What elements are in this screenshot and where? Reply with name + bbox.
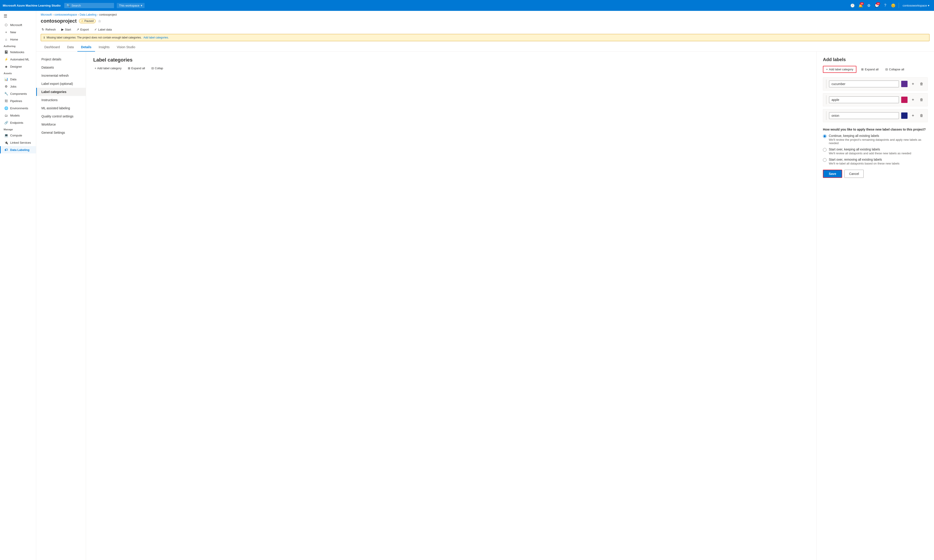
nav-ml-assisted[interactable]: ML assisted labeling [36, 104, 86, 112]
search-box[interactable]: 🔍 Search [64, 3, 114, 8]
sidebar-item-label: Microsoft [10, 23, 22, 27]
automated-ml-icon: ⚡ [4, 57, 8, 61]
notifications-icon[interactable]: 🔔 23 [857, 2, 864, 9]
radio-start-over-remove[interactable] [823, 158, 826, 162]
designer-icon: ◈ [4, 65, 8, 68]
panel-collapse-all-btn[interactable]: ⊟ Collapse all [883, 66, 906, 72]
sidebar-item-environments[interactable]: 🌐 Environments [0, 105, 36, 112]
main-collapse-btn[interactable]: ⊟ Collap [150, 66, 165, 71]
warning-message: Missing label categories: The project do… [47, 36, 142, 39]
workspace-selector[interactable]: This workspace ▾ [117, 3, 145, 8]
expand-icon: ⊞ [128, 66, 130, 70]
sidebar-item-new[interactable]: + New [0, 29, 36, 36]
sidebar-item-label: Models [10, 114, 20, 117]
sidebar-item-compute[interactable]: 💻 Compute [0, 132, 36, 139]
sidebar-item-home[interactable]: ⌂ Home [0, 36, 36, 43]
label-input-apple[interactable] [829, 96, 899, 103]
breadcrumb-data-labeling[interactable]: Data Labeling [80, 13, 96, 16]
panel-expand-all-btn[interactable]: ⊞ Expand all [859, 66, 881, 72]
tab-vision-studio[interactable]: Vision Studio [113, 43, 139, 52]
nav-quality-control[interactable]: Quality control settings [36, 112, 86, 120]
sidebar-item-microsoft[interactable]: ⬡ Microsoft [0, 21, 36, 29]
label-input-onion[interactable] [829, 112, 899, 119]
label-delete-apple[interactable]: 🗑 [919, 97, 925, 103]
sidebar-item-data-labeling[interactable]: 🏷 Data Labeling [0, 146, 36, 154]
nav-label-export[interactable]: Label export (optional) [36, 80, 86, 88]
label-add-child-apple[interactable]: + [910, 97, 916, 103]
nav-workforce[interactable]: Workforce [36, 120, 86, 129]
radio-start-over-keep[interactable] [823, 148, 826, 152]
notifications-badge: 23 [860, 2, 864, 5]
refresh-button[interactable]: ↻ Refresh [41, 27, 57, 32]
label-delete-onion[interactable]: 🗑 [919, 112, 925, 119]
environments-icon: 🌐 [4, 106, 8, 110]
label-color-cucumber[interactable] [901, 81, 908, 87]
nav-datasets[interactable]: Datasets [36, 63, 86, 71]
label-input-cucumber[interactable] [829, 80, 899, 87]
nav-label-categories[interactable]: Label categories [36, 88, 86, 96]
nav-project-details[interactable]: Project details [36, 55, 86, 63]
project-status-badge: ⚠ Paused [79, 19, 96, 23]
label-color-onion[interactable] [901, 112, 908, 119]
content-area: Microsoft › contosoworkspace › Data Labe… [36, 11, 934, 560]
feedback-icon[interactable]: 💬 14 [873, 2, 881, 9]
main-add-label-btn[interactable]: + Add label category [93, 66, 123, 71]
breadcrumb-workspace[interactable]: contosoworkspace [54, 13, 77, 16]
label-data-button[interactable]: ✓ Label data [94, 27, 113, 32]
sidebar-item-endpoints[interactable]: 🔗 Endpoints [0, 119, 36, 126]
page-body: Project details Datasets Incremental ref… [36, 52, 934, 560]
project-header: contosoproject ⚠ Paused ☆ [36, 17, 934, 26]
label-connector-onion [826, 111, 827, 120]
nav-general-settings[interactable]: General Settings [36, 129, 86, 137]
help-icon[interactable]: ? [882, 2, 889, 9]
nav-instructions[interactable]: Instructions [36, 96, 86, 104]
breadcrumb-sep2: › [78, 13, 79, 16]
sidebar-item-jobs[interactable]: ⚙ Jobs [0, 83, 36, 90]
sidebar-item-models[interactable]: 🗂 Models [0, 112, 36, 119]
sidebar-item-pipelines[interactable]: ⛓ Pipelines [0, 97, 36, 105]
account-icon[interactable]: 😊 [889, 2, 897, 9]
history-icon[interactable]: 🕐 [849, 2, 856, 9]
breadcrumb-microsoft[interactable]: Microsoft [41, 13, 52, 16]
favorite-star-icon[interactable]: ☆ [98, 19, 101, 23]
expand-all-icon: ⊞ [861, 68, 864, 71]
tab-details[interactable]: Details [77, 43, 95, 52]
radio-continue[interactable] [823, 134, 826, 138]
sidebar-item-linked-services[interactable]: 🔌 Linked Services [0, 139, 36, 146]
label-connector-apple [826, 95, 827, 104]
hamburger-menu[interactable]: ☰ [0, 11, 36, 21]
main-expand-all-btn[interactable]: ⊞ Expand all [126, 66, 146, 71]
search-placeholder: Search [71, 4, 81, 7]
right-panel: Add labels + Add label category ⊞ Expand… [816, 52, 934, 560]
topbar: Microsoft Azure Machine Learning Studio … [0, 0, 934, 11]
export-button[interactable]: ↗ Export [75, 27, 90, 32]
settings-icon[interactable]: ⚙ [865, 2, 872, 9]
tab-dashboard[interactable]: Dashboard [41, 43, 63, 52]
sidebar-item-label: Notebooks [10, 51, 24, 54]
sidebar-item-data[interactable]: 📊 Data [0, 75, 36, 83]
save-button[interactable]: Save [823, 170, 842, 178]
sidebar-item-automated-ml[interactable]: ⚡ Automated ML [0, 56, 36, 63]
topbar-icons: 🕐 🔔 23 ⚙ 💬 14 ? 😊 contosoworkspace ▾ [849, 2, 931, 9]
section-toolbar: + Add label category ⊞ Expand all ⊟ Coll… [93, 66, 809, 71]
tab-insights[interactable]: Insights [95, 43, 113, 52]
add-label-categories-link[interactable]: Add label categories. [143, 36, 169, 39]
tab-data[interactable]: Data [63, 43, 78, 52]
label-color-apple[interactable] [901, 97, 908, 103]
label-add-child-cucumber[interactable]: + [910, 81, 916, 87]
label-item-apple: + 🗑 [823, 93, 928, 106]
sidebar-item-notebooks[interactable]: 📓 Notebooks [0, 48, 36, 56]
sidebar-item-designer[interactable]: ◈ Designer [0, 63, 36, 70]
label-delete-cucumber[interactable]: 🗑 [919, 81, 925, 87]
username[interactable]: contosoworkspace ▾ [901, 4, 931, 7]
microsoft-icon: ⬡ [4, 23, 8, 27]
plus-icon: + [95, 66, 96, 70]
add-label-category-button[interactable]: + Add label category [823, 66, 856, 73]
sidebar-item-label: Environments [10, 106, 28, 110]
sidebar-item-label: Home [10, 38, 18, 41]
sidebar-item-components[interactable]: 🔧 Components [0, 90, 36, 97]
start-button[interactable]: ▶ Start [60, 27, 72, 32]
cancel-button[interactable]: Cancel [845, 170, 864, 178]
nav-incremental-refresh[interactable]: Incremental refresh [36, 71, 86, 80]
label-add-child-onion[interactable]: + [910, 112, 916, 119]
